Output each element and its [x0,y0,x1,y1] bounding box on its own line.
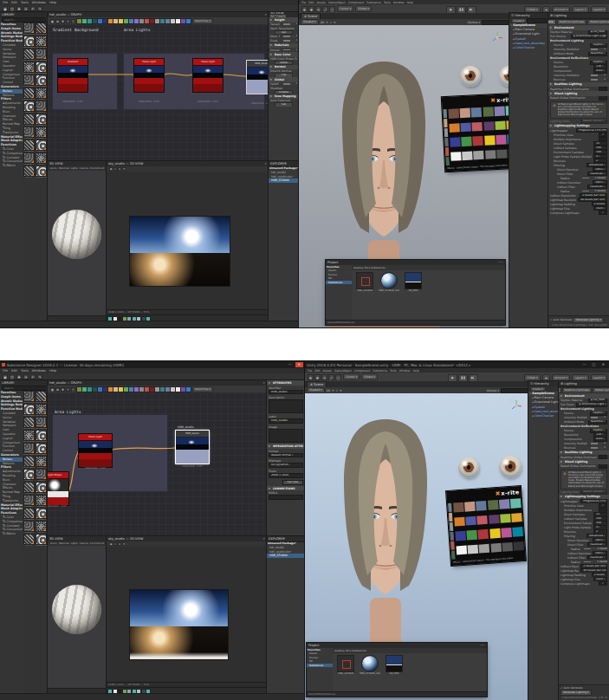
library-thumbnail[interactable]: Fractal Sum 1 [36,166,47,178]
lighting-row[interactable]: Bounces 1 [548,78,609,82]
scene-view-icon[interactable]: ☀ [332,389,334,392]
graph-tool-icon[interactable]: ✥ [61,387,65,392]
scene-tab[interactable]: # Scene [307,381,327,387]
view2d-footer-icon[interactable] [118,690,121,693]
project-tab[interactable]: Project [308,644,319,647]
library-tree-item[interactable]: Graph Items [0,27,23,31]
node-palette-swatch[interactable] [124,387,128,392]
attribute-row[interactable]: Format default format [267,449,305,459]
sd-toolbar-icon[interactable]: ◳ [10,374,15,379]
view2d-tool-icon[interactable]: ⌕ [113,167,117,171]
sd-menu-item[interactable]: Tools [21,369,29,373]
attribute-row[interactable]: ATTRIBUTES [267,380,305,386]
sd-menu-item[interactable]: Help [49,1,56,4]
project-asset[interactable]: HDR_STUDIO_mat [360,656,380,690]
unity-menu-item[interactable]: Edit [314,369,320,373]
node-palette-swatch[interactable] [145,19,149,23]
toolbar-dropdown[interactable]: Layers ▾ [572,374,588,381]
attribute-row[interactable]: Mipmaps full pyramid [267,458,305,469]
unity-menu-item[interactable]: Component [348,1,365,4]
node-palette-swatch[interactable] [160,19,165,23]
node-palette-swatch[interactable] [181,19,185,23]
scene-view-icon[interactable]: ♪ [330,21,332,24]
scene-view-icon[interactable]: ✦ [334,21,336,24]
library-thumbnail[interactable]: BnW Spots 2 [36,444,47,456]
graph-tool-icon[interactable]: ✥ [61,19,65,23]
view2d-footer-icon[interactable] [137,317,140,321]
lighting-subtab[interactable]: Baked Lightmaps [593,387,609,393]
library-thumbnail[interactable]: 3D Perlin Noise [23,23,35,36]
gizmos-dropdown[interactable]: Gizmos ▾ [487,389,499,392]
settings-row[interactable]: Scale 1.00 [269,39,299,43]
library-thumbnail[interactable]: BnW Spots 3 [23,88,35,100]
node-output-hdr-studio[interactable]: HDR_studio [176,431,209,463]
shading-dropdown[interactable]: Shaded ▾ [301,19,319,25]
node-palette-swatch[interactable] [98,387,102,392]
unity-menu-item[interactable]: GameObject [334,369,352,373]
library-thumbnail[interactable]: 3D Worley Noise [36,418,47,430]
lighting-row[interactable]: Compress Lightmaps ✓ [548,211,609,215]
library-thumbnail[interactable]: BnW Spots 3 [23,457,35,469]
attribute-row[interactable]: RGB-A [267,490,305,501]
library-thumbnail[interactable]: Blue Noise Fast [36,431,47,443]
graph-tool-icon[interactable]: ⊞ [55,19,60,23]
view2d-panel-buttons[interactable]: ✕ [262,537,265,541]
node-gradient[interactable]: Gradient [58,59,87,92]
library-thumbnail[interactable]: Clouds 3 [36,496,47,508]
transform-tool-icon[interactable]: ▢ [335,374,341,380]
library-thumbnail[interactable]: Cells 3 [36,470,47,482]
unity-menu-item[interactable]: Assets [323,369,332,373]
view3d-menu-item[interactable]: Scene [50,167,57,170]
library-thumbnail[interactable]: 3D Perlin Noise [23,392,35,404]
node-palette-swatch[interactable] [155,387,159,392]
library-tree-item[interactable]: To Comparison [0,520,23,524]
node-palette-swatch[interactable] [186,387,191,392]
transform-tool-icon[interactable]: ⤢ [322,6,328,12]
library-thumbnail[interactable]: Clouds 2 [23,496,35,508]
library-thumbnail[interactable]: Cells 4 [23,483,35,495]
view2d-footer-icon[interactable] [142,317,146,321]
node-plane-light[interactable]: Plane Light [79,434,112,467]
generate-lighting-button[interactable]: Generate Lighting ▾ [560,690,592,696]
lighting-row[interactable]: Intensity Multiplier 1 [559,442,609,446]
attribute-row[interactable]: Pixels 2048 x 1024 [267,469,305,479]
project-asset[interactable]: SQ_HDR [384,656,405,690]
node-palette-swatch[interactable] [134,19,139,23]
expand-icon[interactable]: ⤢ [510,397,515,404]
close-button[interactable]: ✕ [295,362,303,367]
unity-menu-item[interactable]: Window [399,369,411,373]
node-palette-swatch[interactable] [129,387,133,392]
lighting-subtab[interactable]: Scene [548,19,556,25]
unity-menu-item[interactable]: Edit [308,1,314,4]
sd-menu-item[interactable]: Edit [11,369,17,373]
node-palette-swatch[interactable] [139,387,144,392]
lighting-tab[interactable]: ⚙ Lighting [560,382,577,386]
sd-toolbar-icon[interactable]: ↷ [37,6,42,11]
node-palette-swatch[interactable] [98,19,102,23]
view2d-tool-icon[interactable]: ⌕ [113,542,117,546]
shading-dropdown[interactable]: Shaded ▾ [307,387,325,393]
view2d-footer-icon[interactable] [108,317,112,321]
sd-toolbar-icon[interactable]: ✚ [16,374,22,379]
lighting-row[interactable]: Indirect Filter Gaussian [559,555,609,560]
graph-tool-icon[interactable]: ⌕ [66,19,70,23]
graph-canvas[interactable]: Area Lights Plane Light [48,392,267,536]
node-palette-swatch[interactable] [186,19,191,23]
node-palette-swatch[interactable] [176,387,180,392]
library-thumbnail[interactable]: Creased [23,140,35,152]
library-thumbnail[interactable]: Cells 1 [36,88,47,100]
lighting-row[interactable]: Lighting Mode Baked Indirect [559,490,609,495]
node-palette-swatch[interactable] [150,19,154,23]
view2d-tool-icon[interactable]: ✛ [118,167,121,171]
view3d-menu-item[interactable]: Camera [80,167,88,170]
toolbar-dropdown[interactable]: Account ▾ [552,374,570,381]
unity-menu-item[interactable]: Tools [384,1,391,4]
library-thumbnail[interactable]: Anisotropic Noise [23,62,35,75]
graph-tool-icon[interactable]: ▦ [50,19,55,23]
lighting-tab[interactable]: ⚙ Lighting [550,14,567,17]
library-thumbnail[interactable]: 3D Simplex Noise [36,36,47,49]
scene-view-icon[interactable]: ✦ [340,389,342,392]
lighting-row[interactable]: Sun Source Directional Light (Light) [559,403,609,407]
library-thumbnail[interactable]: Clouds 1 [36,114,47,126]
library-thumbnail[interactable]: Clouds 3 [36,127,47,139]
